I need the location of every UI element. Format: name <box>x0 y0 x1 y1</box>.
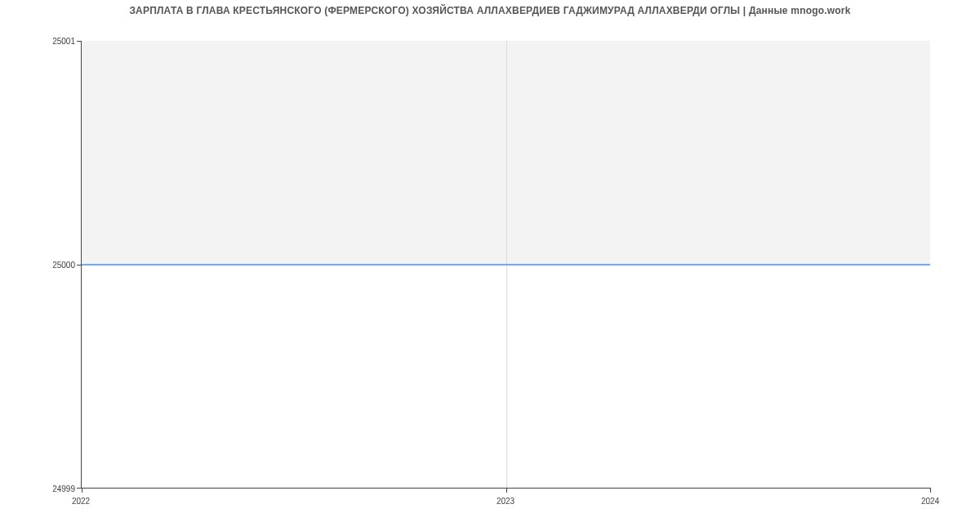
xlabel-2023: 2023 <box>497 497 514 506</box>
ytick-24999 <box>77 488 82 489</box>
ylabel-25000: 25000 <box>52 261 75 270</box>
series-line-salary <box>82 264 930 266</box>
xlabel-2024: 2024 <box>921 497 939 506</box>
ytick-25001 <box>77 41 82 42</box>
chart-title: ЗАРПЛАТА В ГЛАВА КРЕСТЬЯНСКОГО (ФЕРМЕРСК… <box>0 5 980 16</box>
plot-area <box>81 41 930 489</box>
ytick-25000 <box>77 265 82 266</box>
xtick-2022 <box>82 488 82 493</box>
xtick-2024 <box>930 488 931 493</box>
ylabel-25001: 25001 <box>52 37 75 46</box>
xtick-2023 <box>506 488 507 493</box>
ylabel-24999: 24999 <box>52 484 75 493</box>
chart-container: ЗАРПЛАТА В ГЛАВА КРЕСТЬЯНСКОГО (ФЕРМЕРСК… <box>0 0 980 531</box>
xlabel-2022: 2022 <box>72 497 90 506</box>
